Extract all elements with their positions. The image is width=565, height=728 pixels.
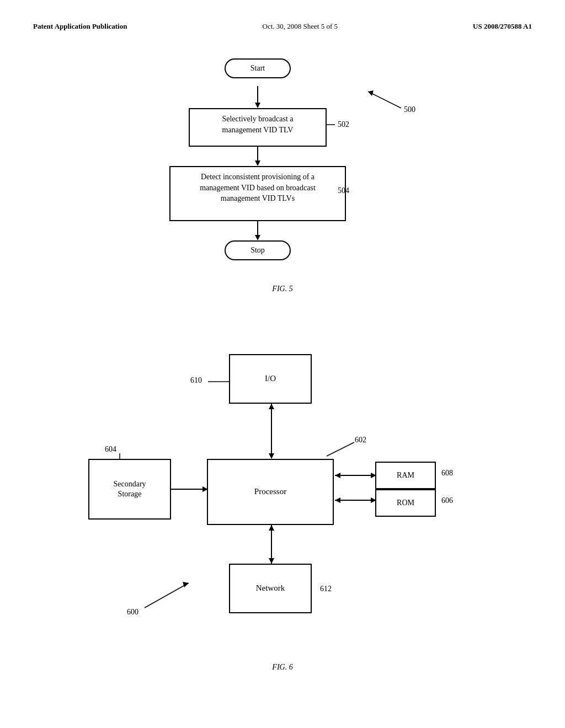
- label-504: 504: [338, 186, 349, 195]
- fig6-area: I/O Processor Secondary Storage RAM ROM …: [33, 326, 532, 672]
- network-block: Network: [229, 564, 312, 613]
- fig5-area: Start Selectively broadcast a management…: [33, 47, 532, 293]
- label-502: 502: [338, 120, 349, 129]
- svg-marker-5: [255, 235, 260, 240]
- label-606: 606: [441, 496, 453, 505]
- svg-marker-3: [255, 160, 260, 166]
- stop-node: Stop: [225, 240, 291, 260]
- header-left: Patent Application Publication: [33, 22, 127, 31]
- step-504-box: Detect inconsistent provisioning of a ma…: [169, 166, 346, 221]
- svg-marker-12: [269, 404, 274, 409]
- label-612: 612: [320, 585, 332, 593]
- svg-marker-1: [255, 103, 260, 108]
- svg-line-8: [368, 92, 401, 108]
- start-node: Start: [225, 58, 291, 78]
- rom-block: ROM: [375, 489, 436, 517]
- svg-marker-24: [269, 525, 274, 531]
- step-502-box: Selectively broadcast a management VID T…: [189, 108, 327, 147]
- secondary-storage-block: Secondary Storage: [88, 459, 171, 520]
- label-610: 610: [190, 376, 202, 385]
- processor-block: Processor: [207, 459, 334, 525]
- page-header: Patent Application Publication Oct. 30, …: [33, 22, 532, 31]
- svg-marker-23: [269, 558, 274, 564]
- fig6-diagram: I/O Processor Secondary Storage RAM ROM …: [33, 326, 532, 657]
- fig5-caption: FIG. 5: [33, 285, 532, 293]
- svg-line-28: [145, 583, 189, 608]
- svg-line-25: [327, 442, 354, 456]
- header-right: US 2008/270588 A1: [473, 22, 532, 31]
- label-500: 500: [404, 105, 415, 114]
- svg-marker-9: [368, 90, 374, 96]
- label-604: 604: [105, 445, 116, 454]
- page: Patent Application Publication Oct. 30, …: [0, 0, 565, 728]
- label-608: 608: [441, 469, 453, 478]
- io-block: I/O: [229, 354, 312, 404]
- fig6-caption: FIG. 6: [33, 663, 532, 672]
- ram-block: RAM: [375, 462, 436, 489]
- header-center: Oct. 30, 2008 Sheet 5 of 5: [263, 22, 338, 31]
- svg-marker-29: [183, 582, 189, 587]
- svg-marker-18: [335, 473, 340, 478]
- label-600: 600: [127, 608, 138, 617]
- label-602: 602: [355, 436, 366, 445]
- svg-marker-21: [335, 497, 340, 503]
- svg-marker-11: [269, 453, 274, 459]
